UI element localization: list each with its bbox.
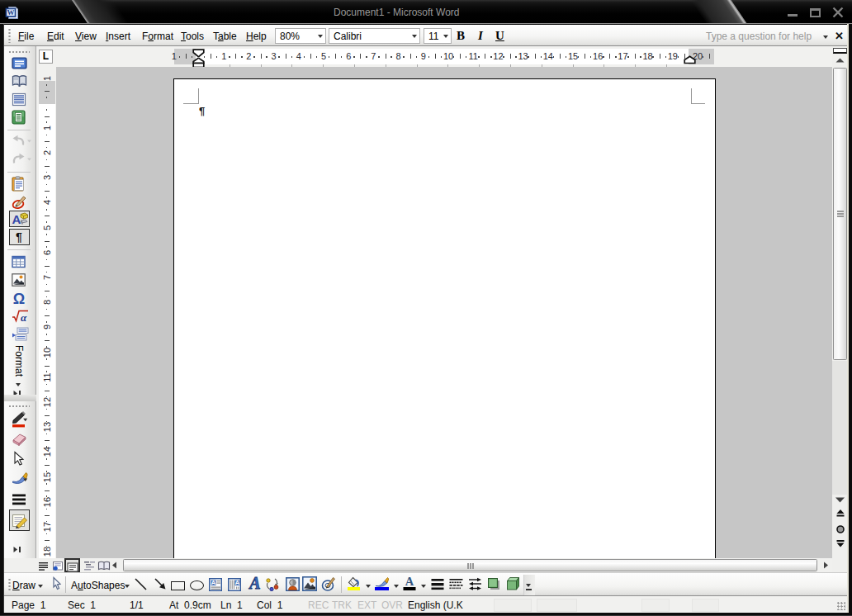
svg-text:A: A <box>12 212 21 226</box>
svg-text:A: A <box>235 579 240 586</box>
svg-text:A: A <box>211 579 216 586</box>
svg-text:α: α <box>21 311 27 323</box>
svg-text:A: A <box>405 575 414 588</box>
svg-text:W: W <box>7 8 15 17</box>
svg-text:A: A <box>248 575 260 592</box>
